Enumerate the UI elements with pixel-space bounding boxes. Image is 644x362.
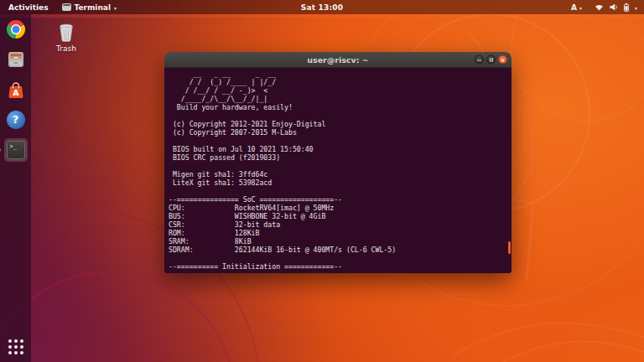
grid-dot [8,345,12,349]
show-applications-button[interactable] [8,339,23,354]
battery-icon [624,3,629,12]
volume-icon [610,3,618,11]
trash-icon [56,23,76,43]
window-title: user@riscv: ~ [307,55,369,65]
grid-dot [8,351,12,354]
ubuntu-software-icon: A [7,80,25,99]
window-controls [475,55,507,65]
keyboard-layout-indicator[interactable]: A ▾ [571,3,582,12]
dock: A ? >_ [0,14,31,362]
chevron-down-icon: ▾ [114,5,117,11]
chrome-icon [7,20,25,39]
files-icon [7,50,25,69]
grid-dot [14,345,18,349]
grid-dot [14,339,18,343]
help-icon: ? [7,111,25,129]
dock-item-help[interactable]: ? [7,111,25,129]
terminal-window-icon [62,3,71,11]
terminal-output: __ _ __ _ __ / / (_) /____ | |/_/ / /__/… [169,70,396,271]
terminal-titlebar[interactable]: user@riscv: ~ [164,52,512,68]
dock-item-chrome[interactable] [7,20,25,39]
wifi-icon [595,3,604,11]
dock-item-terminal[interactable]: >_ [4,138,28,162]
terminal-window: user@riscv: ~ __ _ __ _ __ / / (_) /____… [164,52,512,273]
running-indicator-dot [0,148,1,152]
keyboard-layout-label: A [571,3,577,12]
system-status-area[interactable]: A ▾ ▾ [571,3,637,12]
grid-dot [14,351,18,354]
clock[interactable]: Sat 13:00 [301,3,343,12]
svg-text:A: A [13,88,19,97]
app-menu-label: Terminal [75,3,112,12]
activities-button[interactable]: Activities [8,3,49,12]
grid-dot [8,339,12,343]
trash-desktop-icon[interactable]: Trash [47,23,86,53]
minimize-button[interactable] [475,55,484,65]
dock-item-files[interactable] [7,50,25,69]
trash-label: Trash [47,44,86,53]
app-menu[interactable]: Terminal ▾ [62,3,117,12]
top-bar: Activities Terminal ▾ Sat 13:00 A ▾ [0,0,644,14]
dock-item-ubuntu-software[interactable]: A [7,80,25,99]
terminal-screen[interactable]: __ _ __ _ __ / / (_) /____ | |/_/ / /__/… [164,68,512,273]
grid-dot [20,345,23,349]
scrollbar-thumb[interactable] [508,241,511,254]
maximize-button[interactable] [486,55,496,65]
grid-dot [20,339,23,343]
close-button[interactable] [498,55,507,65]
desktop-screen: Activities Terminal ▾ Sat 13:00 A ▾ [0,0,644,362]
chevron-down-icon: ▾ [635,5,637,11]
chevron-down-icon: ▾ [579,5,582,11]
terminal-icon: >_ [7,141,25,159]
grid-dot [20,351,23,354]
wallpaper-highlight-band [0,14,644,18]
